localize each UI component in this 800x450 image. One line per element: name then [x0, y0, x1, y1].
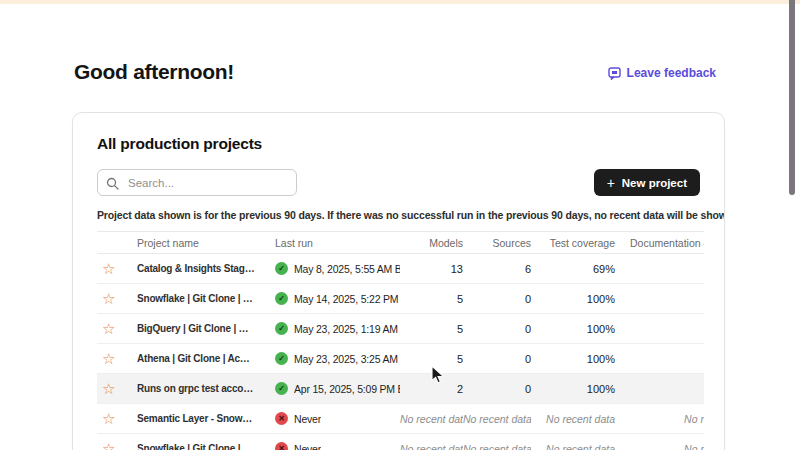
- star-icon[interactable]: ☆: [102, 351, 115, 366]
- models-count: 5: [400, 353, 463, 365]
- new-project-button[interactable]: + New project: [594, 169, 700, 196]
- last-run-timestamp: May 23, 2025, 1:19 AM BST: [294, 323, 400, 335]
- star-icon[interactable]: ☆: [102, 381, 115, 396]
- sources-count: No recent data: [463, 413, 531, 425]
- last-run-timestamp: May 14, 2025, 5:22 PM BST: [294, 293, 400, 305]
- column-header-documentation-coverage: Documentation coverage: [615, 237, 704, 249]
- test-coverage-value: 100%: [531, 323, 615, 335]
- models-count: 5: [400, 323, 463, 335]
- sources-count: 0: [463, 323, 531, 335]
- run-status-icon: [275, 382, 288, 395]
- table-row[interactable]: ☆ Snowflake | Git Clone | Use... May 14,…: [97, 284, 704, 314]
- projects-table: Project name Last run Models Sources Tes…: [97, 231, 704, 450]
- test-coverage-value: No recent data: [531, 443, 615, 450]
- column-header-sources: Sources: [463, 237, 531, 249]
- models-count: 5: [400, 293, 463, 305]
- column-header-last-run: Last run: [261, 237, 400, 249]
- doc-coverage-value: No recent data: [615, 443, 704, 450]
- last-run-timestamp: May 23, 2025, 3:25 AM BST: [294, 353, 400, 365]
- search-icon: [106, 176, 119, 194]
- test-coverage-value: 69%: [531, 263, 615, 275]
- sources-count: 0: [463, 383, 531, 395]
- sources-count: No recent data: [463, 443, 531, 450]
- last-run-timestamp: May 8, 2025, 5:55 AM BST: [294, 263, 400, 275]
- project-link[interactable]: Snowflake | Git Clone | Key...: [137, 443, 255, 450]
- leave-feedback-link[interactable]: Leave feedback: [608, 66, 716, 80]
- last-run-timestamp: Apr 15, 2025, 5:09 PM BST: [294, 383, 400, 395]
- sources-count: 6: [463, 263, 531, 275]
- plus-icon: +: [607, 176, 615, 190]
- project-link[interactable]: Semantic Layer - Snowflake: [137, 413, 255, 424]
- table-row[interactable]: ☆ BigQuery | Git Clone | User... May 23,…: [97, 314, 704, 344]
- star-icon[interactable]: ☆: [102, 291, 115, 306]
- last-run-timestamp: Never: [294, 443, 321, 450]
- feedback-label: Leave feedback: [627, 66, 716, 80]
- table-row[interactable]: ☆ Runs on grpc test account Apr 15, 2025…: [97, 374, 704, 404]
- table-row[interactable]: ☆ Semantic Layer - Snowflake Never No re…: [97, 404, 704, 434]
- run-status-icon: [275, 442, 288, 450]
- column-header-project-name: Project name: [137, 237, 261, 249]
- vertical-scrollbar-thumb[interactable]: [789, 0, 795, 195]
- project-link[interactable]: Snowflake | Git Clone | Use...: [137, 293, 255, 304]
- column-header-test-coverage: Test coverage: [531, 237, 615, 249]
- new-project-label: New project: [622, 177, 687, 189]
- feedback-bubble-icon: [608, 67, 621, 80]
- run-status-icon: [275, 352, 288, 365]
- models-count: 13: [400, 263, 463, 275]
- top-accent-strip: [0, 0, 800, 4]
- test-coverage-value: 100%: [531, 353, 615, 365]
- run-status-icon: [275, 322, 288, 335]
- project-link[interactable]: BigQuery | Git Clone | User...: [137, 323, 255, 334]
- project-link[interactable]: Athena | Git Clone | Acces...: [137, 353, 255, 364]
- run-status-icon: [275, 412, 288, 425]
- search-input[interactable]: [97, 169, 297, 196]
- projects-card: All production projects + New project Pr…: [72, 112, 725, 450]
- star-icon[interactable]: ☆: [102, 411, 115, 426]
- sources-count: 0: [463, 353, 531, 365]
- page-greeting: Good afternoon!: [74, 60, 234, 84]
- run-status-icon: [275, 262, 288, 275]
- app-viewport: Good afternoon! Leave feedback All produ…: [0, 0, 800, 450]
- doc-coverage-value: No recent data: [615, 413, 704, 425]
- test-coverage-value: 100%: [531, 383, 615, 395]
- table-row[interactable]: ☆ Catalog & Insights Staging... May 8, 2…: [97, 254, 704, 284]
- last-run-timestamp: Never: [294, 413, 321, 425]
- models-count: No recent data: [400, 413, 463, 425]
- star-icon[interactable]: ☆: [102, 441, 115, 450]
- star-icon[interactable]: ☆: [102, 321, 115, 336]
- table-header-row: Project name Last run Models Sources Tes…: [97, 232, 704, 254]
- search-box: [97, 169, 297, 196]
- models-count: 2: [400, 383, 463, 395]
- test-coverage-value: 100%: [531, 293, 615, 305]
- project-link[interactable]: Catalog & Insights Staging...: [137, 263, 255, 274]
- table-row[interactable]: ☆ Snowflake | Git Clone | Key... Never N…: [97, 434, 704, 450]
- data-range-notice: Project data shown is for the previous 9…: [97, 209, 700, 221]
- models-count: No recent data: [400, 443, 463, 450]
- project-link[interactable]: Runs on grpc test account: [137, 383, 255, 394]
- table-row[interactable]: ☆ Athena | Git Clone | Acces... May 23, …: [97, 344, 704, 374]
- test-coverage-value: No recent data: [531, 413, 615, 425]
- card-toolbar: + New project: [97, 169, 700, 196]
- star-icon[interactable]: ☆: [102, 261, 115, 276]
- run-status-icon: [275, 292, 288, 305]
- column-header-models: Models: [400, 237, 463, 249]
- card-title: All production projects: [97, 135, 700, 153]
- sources-count: 0: [463, 293, 531, 305]
